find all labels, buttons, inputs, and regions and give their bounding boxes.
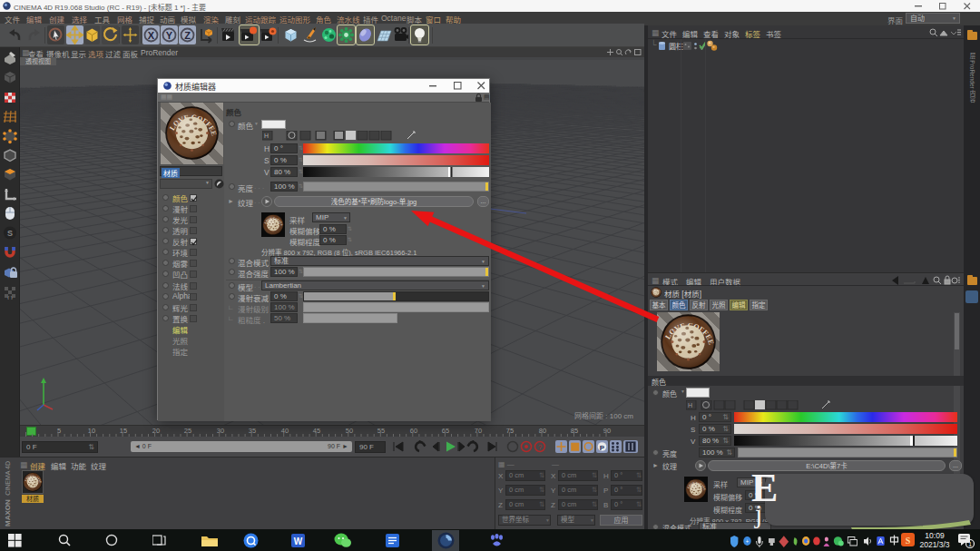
svg-text:H: H xyxy=(688,402,692,408)
svg-text:X: X xyxy=(148,30,155,41)
svg-text:( ): ( ) xyxy=(7,295,13,300)
svg-text:+: + xyxy=(746,538,750,546)
svg-text:P: P xyxy=(600,444,605,452)
svg-text:W: W xyxy=(294,536,303,546)
svg-text:?: ? xyxy=(538,443,543,451)
svg-text:H: H xyxy=(264,133,269,139)
svg-text:Y: Y xyxy=(166,30,173,41)
svg-text:1: 1 xyxy=(968,540,972,548)
svg-text:Z: Z xyxy=(184,30,191,41)
svg-text:S: S xyxy=(7,229,13,238)
svg-text:S: S xyxy=(906,536,911,546)
